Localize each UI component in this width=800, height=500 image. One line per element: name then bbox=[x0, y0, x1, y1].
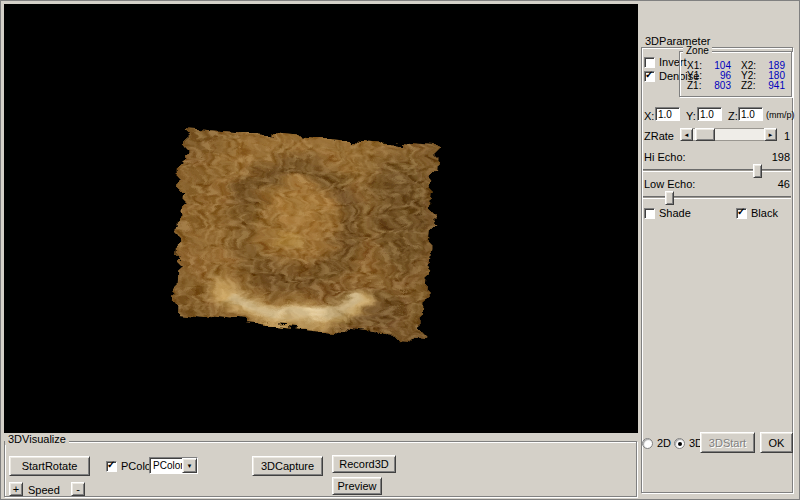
record3d-button[interactable]: Record3D bbox=[332, 455, 396, 473]
z-scale-input[interactable] bbox=[738, 107, 763, 121]
zone-z2-value: 941 bbox=[759, 81, 785, 91]
zone-z2-label: Z2: bbox=[741, 81, 755, 91]
invert-checkbox[interactable]: ✓ bbox=[644, 57, 655, 68]
3dstart-button[interactable]: 3DStart bbox=[700, 432, 755, 453]
pcolor-dropdown[interactable]: PColor ▼ bbox=[149, 457, 198, 474]
zone-label: Zone bbox=[683, 45, 712, 56]
zone-row-z: Z1: 803 Z2: 941 bbox=[683, 81, 791, 91]
zone-values: X1: 104 X2: 189 Y1: 96 Y2: 180 Z1: 803 Z… bbox=[683, 61, 791, 91]
low-echo-slider-thumb[interactable] bbox=[665, 191, 674, 205]
zrate-label: ZRate bbox=[644, 130, 674, 142]
check-icon: ✓ bbox=[107, 459, 115, 470]
x-scale-input[interactable] bbox=[655, 107, 680, 121]
low-echo-slider[interactable] bbox=[643, 191, 791, 205]
speed-label: Speed bbox=[28, 484, 60, 496]
zrate-scrollbar[interactable]: ◄ ► bbox=[680, 128, 777, 141]
speed-minus-button[interactable]: - bbox=[71, 482, 85, 496]
zrate-scrollbar-thumb[interactable] bbox=[695, 128, 715, 141]
pcolor-dropdown-value: PColor bbox=[153, 460, 184, 471]
hi-echo-slider[interactable] bbox=[643, 164, 791, 178]
app-window: 3DParameter ✓ Invert ✓ Denoise Zone X1: … bbox=[0, 0, 800, 500]
zone-z1-label: Z1: bbox=[687, 81, 701, 91]
low-echo-label: Low Echo: bbox=[644, 178, 695, 190]
check-icon: ✓ bbox=[645, 69, 653, 80]
black-checkbox[interactable]: ✓ bbox=[736, 208, 747, 219]
ok-button[interactable]: OK bbox=[760, 432, 793, 453]
ultrasound-volume-image bbox=[4, 4, 638, 433]
shade-label: Shade bbox=[659, 207, 691, 219]
shade-checkbox-row[interactable]: ✓ Shade bbox=[644, 207, 691, 219]
zrate-left-arrow-icon[interactable]: ◄ bbox=[680, 128, 693, 141]
hi-echo-value: 198 bbox=[764, 151, 790, 163]
mode-2d-radio[interactable] bbox=[642, 438, 653, 449]
zone-z1-value: 803 bbox=[705, 81, 731, 91]
x-scale-label: X: bbox=[644, 110, 654, 122]
scale-unit-label: (mm/p) bbox=[766, 110, 795, 120]
y-scale-label: Y: bbox=[686, 110, 696, 122]
mode-2d-label: 2D bbox=[657, 437, 671, 449]
hi-echo-slider-thumb[interactable] bbox=[753, 164, 762, 178]
shade-checkbox[interactable]: ✓ bbox=[644, 208, 655, 219]
zrate-right-arrow-icon[interactable]: ► bbox=[764, 128, 777, 141]
mode-2d-radio-row[interactable]: 2D bbox=[642, 437, 671, 449]
parameter-panel: 3DParameter ✓ Invert ✓ Denoise Zone X1: … bbox=[638, 4, 798, 498]
black-label: Black bbox=[751, 207, 778, 219]
black-checkbox-row[interactable]: ✓ Black bbox=[736, 207, 778, 219]
hi-echo-slider-track[interactable] bbox=[643, 169, 791, 172]
mode-3d-radio-row[interactable]: 3D bbox=[674, 437, 703, 449]
preview-button[interactable]: Preview bbox=[332, 477, 382, 495]
denoise-checkbox[interactable]: ✓ bbox=[644, 71, 655, 82]
visualize-panel-title: 3DVisualize bbox=[5, 433, 69, 445]
pcolor-checkbox-row[interactable]: ✓ PColor bbox=[106, 460, 155, 472]
dropdown-arrow-icon[interactable]: ▼ bbox=[182, 458, 197, 473]
pcolor-checkbox[interactable]: ✓ bbox=[106, 461, 117, 472]
zrate-value: 1 bbox=[784, 130, 790, 142]
render-viewport[interactable] bbox=[4, 4, 638, 433]
low-echo-value: 46 bbox=[764, 178, 790, 190]
check-icon: ✓ bbox=[737, 206, 745, 217]
y-scale-input[interactable] bbox=[697, 107, 722, 121]
3dcapture-button[interactable]: 3DCapture bbox=[252, 456, 323, 476]
z-scale-label: Z: bbox=[728, 110, 738, 122]
mode-3d-radio[interactable] bbox=[674, 438, 685, 449]
start-rotate-button[interactable]: StartRotate bbox=[9, 456, 90, 476]
speed-plus-button[interactable]: + bbox=[9, 482, 23, 496]
hi-echo-label: Hi Echo: bbox=[644, 151, 686, 163]
